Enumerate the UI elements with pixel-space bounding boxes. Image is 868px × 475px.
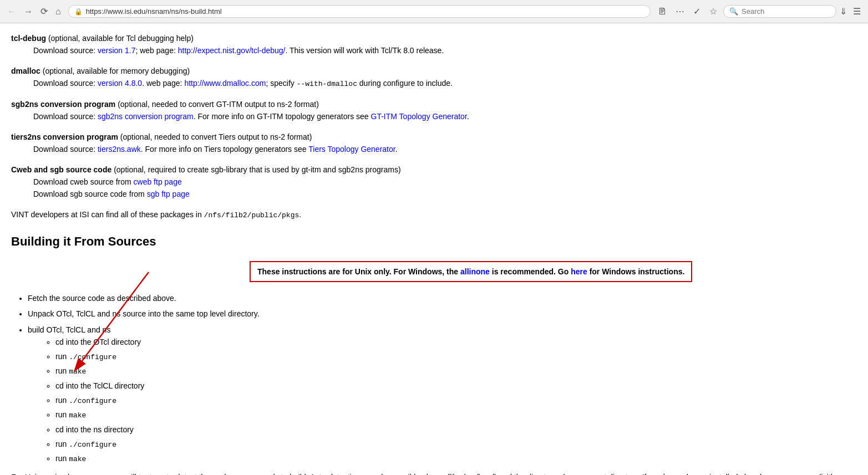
- cweb-link[interactable]: cweb ftp page: [134, 177, 182, 186]
- unix-text-1: For Unix, a simple: [11, 473, 76, 475]
- address-bar[interactable]: 🔒: [68, 5, 651, 18]
- url-input[interactable]: [86, 7, 644, 16]
- tiers2ns-more-suffix: .: [395, 145, 398, 154]
- vint-para: VINT developers at ISI can find all of t…: [11, 208, 843, 222]
- home-button[interactable]: ⌂: [53, 6, 64, 18]
- unix-para: For Unix, a simple ./configure will try …: [11, 471, 843, 475]
- tiers2ns-title: tiers2ns conversion program: [11, 132, 118, 141]
- browser-toolbar: ← → ⟳ ⌂ 🔒 🖹 ⋯ ✓ ☆ 🔍 ⇓ ☰: [0, 0, 868, 23]
- page-icon[interactable]: 🖹: [655, 5, 669, 18]
- pocket-icon[interactable]: ✓: [691, 4, 703, 18]
- configure-code-2: ./configure: [69, 397, 116, 405]
- dmalloc-title: dmalloc: [11, 67, 40, 75]
- windows-note-suffix: for Windows instructions.: [587, 267, 685, 276]
- tiers2ns-link[interactable]: tiers2ns.awk: [98, 145, 141, 154]
- tiers2ns-more-text: . For more info on Tiers topology genera…: [141, 145, 308, 154]
- bookmark-icon[interactable]: ☆: [707, 4, 720, 18]
- sgb-prefix: Download sgb source code from: [33, 190, 147, 198]
- search-bar[interactable]: 🔍: [723, 5, 836, 18]
- build-step-1: cd into the OTcl directory: [55, 336, 843, 348]
- build-sub-list: cd into the OTcl directory run ./configu…: [55, 336, 843, 466]
- sidebar-icon[interactable]: ☰: [850, 4, 864, 18]
- windows-note-box: These instructions are for Unix only. Fo…: [250, 261, 692, 282]
- download-icon[interactable]: ⇓: [840, 6, 847, 17]
- build-title: build OTcl, TclCL and ns: [28, 325, 110, 334]
- dmalloc-web-suffix: ; specify: [266, 79, 296, 88]
- dmalloc-download: Download source: version 4.8.0. web page…: [33, 77, 843, 90]
- sgb2ns-more-link[interactable]: GT-ITM Topology Generator: [371, 112, 467, 121]
- here-link[interactable]: here: [571, 267, 587, 276]
- build-step-6: run make: [55, 408, 843, 422]
- cweb-suffix: (optional, required to create sgb-librar…: [111, 165, 400, 174]
- bullet-fetch: Fetch the source code as described above…: [28, 292, 843, 304]
- tcl-debug-download: Download source: version 1.7; web page: …: [33, 44, 843, 57]
- reload-button[interactable]: ⟳: [38, 5, 50, 18]
- tcl-debug-suffix: (optional, available for Tcl debugging h…: [46, 34, 194, 43]
- tiers2ns-prefix: Download source:: [33, 145, 98, 154]
- build-step-9: run make: [55, 452, 843, 466]
- tiers2ns-more-link[interactable]: Tiers Topology Generator: [308, 145, 395, 154]
- dmalloc-download-prefix: Download source:: [33, 79, 98, 88]
- back-button[interactable]: ←: [4, 6, 19, 18]
- dmalloc-code: --with-dmalloc: [297, 80, 357, 88]
- windows-note-prefix: These instructions are for Unix only. Fo…: [257, 267, 460, 276]
- dmalloc-web-text: . web page:: [142, 79, 184, 88]
- cweb-line2: Download sgb source code from sgb ftp pa…: [33, 188, 843, 200]
- dmalloc-version-link[interactable]: version 4.8.0: [98, 79, 142, 88]
- build-step-3: run make: [55, 365, 843, 378]
- sgb2ns-download: Download source: sgb2ns conversion progr…: [33, 110, 843, 122]
- lock-icon: 🔒: [74, 8, 83, 16]
- tcl-debug-web-link[interactable]: http://expect.nist.gov/tcl-debug/: [178, 46, 286, 55]
- make-code-3: make: [69, 455, 86, 463]
- main-bullet-list: Fetch the source code as described above…: [28, 292, 843, 466]
- tiers2ns-suffix: (optional, needed to convert Tiers outpu…: [118, 132, 312, 141]
- toolbar-right: 🖹 ⋯ ✓ ☆ 🔍 ⇓ ☰: [655, 4, 864, 18]
- sgb2ns-link[interactable]: sgb2ns conversion program: [98, 112, 194, 121]
- tiers2ns-section: tiers2ns conversion program (optional, n…: [11, 131, 843, 156]
- tcl-debug-web-text: ; web page:: [135, 46, 177, 55]
- cweb-section: Cweb and sgb source code (optional, requ…: [11, 164, 843, 201]
- forward-button[interactable]: →: [21, 6, 35, 18]
- sgb2ns-more-suffix: .: [467, 112, 469, 121]
- dmalloc-code-suffix: during configure to include.: [357, 79, 453, 88]
- bullet-unpack: Unpack OTcl, TclCL and ns source into th…: [28, 308, 843, 320]
- cweb-download: Download cweb source from cweb ftp page …: [33, 176, 843, 201]
- tcl-debug-web-suffix: . This version will work with Tcl/Tk 8.0…: [286, 46, 444, 55]
- building-title: Building it From Sources: [11, 232, 843, 251]
- nav-buttons: ← → ⟳ ⌂: [4, 5, 64, 18]
- sgb2ns-section: sgb2ns conversion program (optional, nee…: [11, 98, 843, 123]
- vint-text: VINT developers at ISI can find all of t…: [11, 210, 204, 219]
- sgb2ns-title: sgb2ns conversion program: [11, 100, 115, 109]
- allinone-link[interactable]: allinone: [460, 267, 490, 276]
- tcl-debug-title: tcl-debug: [11, 34, 46, 43]
- build-step-7: cd into the ns directory: [55, 423, 843, 436]
- vint-code: /nfs/filb2/public/pkgs: [204, 211, 300, 219]
- cweb-prefix: Download cweb source from: [33, 177, 134, 186]
- sgb2ns-suffix: (optional, needed to convert GT-ITM outp…: [115, 100, 319, 109]
- unix-text-2: will try to auto-detect the packages ns …: [11, 473, 836, 475]
- menu-icon[interactable]: ⋯: [673, 4, 687, 18]
- make-code-2: make: [69, 411, 86, 420]
- search-input[interactable]: [742, 7, 830, 16]
- sgb2ns-prefix: Download source:: [33, 112, 98, 121]
- configure-code-1: ./configure: [69, 353, 116, 361]
- build-step-2: run ./configure: [55, 350, 843, 364]
- dmalloc-section: dmalloc (optional, available for memory …: [11, 65, 843, 90]
- build-step-4: cd into the TclCL directory: [55, 380, 843, 392]
- windows-note-wrapper: These instructions are for Unix only. Fo…: [11, 257, 843, 287]
- bullet-build: build OTcl, TclCL and ns cd into the OTc…: [28, 324, 843, 466]
- windows-note-middle: is recommended. Go: [490, 267, 571, 276]
- search-icon: 🔍: [729, 7, 738, 16]
- dmalloc-suffix: (optional, available for memory debuggin…: [40, 67, 190, 75]
- sgb-link[interactable]: sgb ftp page: [147, 190, 190, 198]
- build-step-8: run ./configure: [55, 438, 843, 451]
- build-step-5: run ./configure: [55, 394, 843, 407]
- make-code-1: make: [69, 367, 86, 376]
- sgb2ns-more-text: . For more info on GT-ITM topology gener…: [194, 112, 371, 121]
- tcl-debug-version-link[interactable]: version 1.7: [98, 46, 135, 55]
- configure-code-3: ./configure: [69, 441, 116, 449]
- cweb-title: Cweb and sgb source code: [11, 165, 111, 174]
- page-content: tcl-debug (optional, available for Tcl d…: [0, 23, 854, 475]
- tiers2ns-download: Download source: tiers2ns.awk. For more …: [33, 143, 843, 155]
- dmalloc-web-link[interactable]: http://www.dmalloc.com: [184, 79, 266, 88]
